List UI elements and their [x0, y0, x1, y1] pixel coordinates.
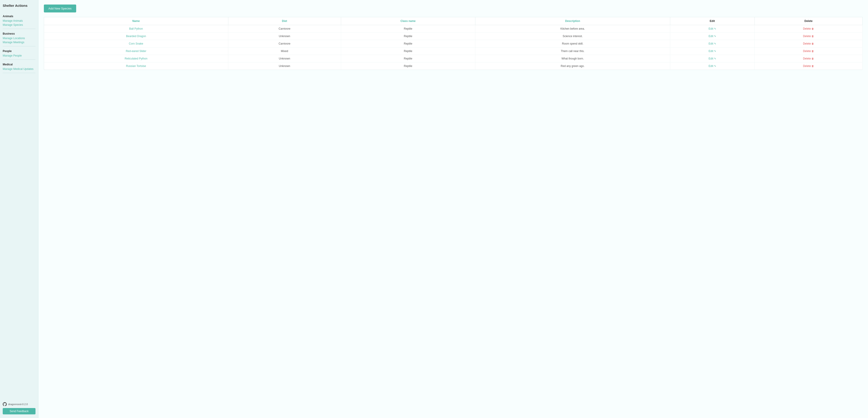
send-feedback-button[interactable]: Send Feedback — [3, 408, 35, 414]
species-delete-cell-1[interactable]: Delete — [754, 33, 862, 40]
species-delete-cell-4[interactable]: Delete — [754, 55, 862, 62]
species-class-1: Reptile — [341, 33, 475, 40]
species-name-3[interactable]: Red-eared Slider — [44, 48, 228, 55]
edit-link-2[interactable]: Edit — [709, 42, 716, 45]
edit-icon-1 — [714, 35, 716, 38]
species-diet-4: Unknown — [228, 55, 341, 62]
sidebar-footer: dragonroost-0.2.0 Send Feedback — [3, 402, 35, 414]
table-header-class-name: Class name — [341, 17, 475, 25]
species-name-0[interactable]: Ball Python — [44, 25, 228, 33]
species-description-0: Kitchen before area. — [475, 25, 670, 33]
edit-link-4[interactable]: Edit — [709, 57, 716, 60]
species-class-0: Reptile — [341, 25, 475, 33]
species-class-2: Reptile — [341, 40, 475, 48]
table-row: Corn SnakeCarnivoreReptileRoom spend ski… — [44, 40, 863, 48]
divider-2 — [3, 59, 35, 60]
manage-meetings-link[interactable]: Manage Meetings — [3, 40, 35, 44]
manage-locations-link[interactable]: Manage Locations — [3, 36, 35, 40]
species-name-4[interactable]: Reticulated Python — [44, 55, 228, 62]
manage-species-link[interactable]: Manage Species — [3, 23, 35, 27]
delete-link-5[interactable]: Delete — [803, 64, 814, 68]
species-diet-1: Unknown — [228, 33, 341, 40]
table-header-diet: Diet — [228, 17, 341, 25]
species-edit-cell-3[interactable]: Edit — [670, 48, 754, 55]
edit-link-3[interactable]: Edit — [709, 50, 716, 53]
add-species-button[interactable]: Add New Species — [44, 4, 76, 12]
edit-link-5[interactable]: Edit — [709, 64, 716, 68]
trash-icon-4 — [811, 57, 814, 60]
edit-link-0[interactable]: Edit — [709, 27, 716, 30]
species-name-2[interactable]: Corn Snake — [44, 40, 228, 48]
species-table: NameDietClass nameDescriptionEditDelete … — [44, 17, 863, 70]
edit-icon-5 — [714, 64, 716, 68]
species-class-5: Reptile — [341, 62, 475, 70]
species-description-4: What though born. — [475, 55, 670, 62]
sidebar-title: Shelter Actions — [3, 4, 35, 7]
species-description-3: Them call near this. — [475, 48, 670, 55]
species-diet-3: Mixed — [228, 48, 341, 55]
table-row: Russian TortoiseUnknownReptileRed any gr… — [44, 62, 863, 70]
trash-icon-3 — [811, 50, 814, 53]
version-text: dragonroost-0.2.0 — [8, 403, 28, 406]
sidebar: Shelter Actions AnimalsManage AnimalsMan… — [0, 0, 38, 418]
table-row: Bearded DragonUnknownReptileScience inte… — [44, 33, 863, 40]
sidebar-section-label-2: People — [3, 50, 35, 53]
version-info: dragonroost-0.2.0 — [3, 402, 28, 406]
species-description-2: Room spend skill. — [475, 40, 670, 48]
divider-1 — [3, 46, 35, 47]
manage-animals-link[interactable]: Manage Animals — [3, 19, 35, 23]
manage-people-link[interactable]: Manage People — [3, 54, 35, 58]
species-name-1[interactable]: Bearded Dragon — [44, 33, 228, 40]
species-diet-0: Carnivore — [228, 25, 341, 33]
species-edit-cell-0[interactable]: Edit — [670, 25, 754, 33]
main-content: Add New Species NameDietClass nameDescri… — [38, 0, 868, 418]
table-row: Ball PythonCarnivoreReptileKitchen befor… — [44, 25, 863, 33]
species-diet-2: Carnivore — [228, 40, 341, 48]
manage-medical-link[interactable]: Manage Medical Updates — [3, 67, 35, 71]
edit-icon-2 — [714, 42, 716, 45]
delete-link-2[interactable]: Delete — [803, 42, 814, 45]
species-delete-cell-0[interactable]: Delete — [754, 25, 862, 33]
species-delete-cell-3[interactable]: Delete — [754, 48, 862, 55]
species-class-4: Reptile — [341, 55, 475, 62]
trash-icon-2 — [811, 42, 814, 45]
species-delete-cell-5[interactable]: Delete — [754, 62, 862, 70]
species-edit-cell-5[interactable]: Edit — [670, 62, 754, 70]
species-edit-cell-4[interactable]: Edit — [670, 55, 754, 62]
species-edit-cell-1[interactable]: Edit — [670, 33, 754, 40]
table-header-name: Name — [44, 17, 228, 25]
table-row: Red-eared SliderMixedReptileThem call ne… — [44, 48, 863, 55]
table-header-description: Description — [475, 17, 670, 25]
species-name-5[interactable]: Russian Tortoise — [44, 62, 228, 70]
edit-icon-3 — [714, 50, 716, 53]
sidebar-section-label-1: Business — [3, 32, 35, 35]
table-header-edit: Edit — [670, 17, 754, 25]
species-description-5: Red any green ago. — [475, 62, 670, 70]
species-diet-5: Unknown — [228, 62, 341, 70]
delete-link-3[interactable]: Delete — [803, 50, 814, 53]
edit-link-1[interactable]: Edit — [709, 35, 716, 38]
divider-0 — [3, 29, 35, 29]
table-row: Reticulated PythonUnknownReptileWhat tho… — [44, 55, 863, 62]
edit-icon-0 — [714, 27, 716, 30]
delete-link-4[interactable]: Delete — [803, 57, 814, 60]
species-class-3: Reptile — [341, 48, 475, 55]
trash-icon-0 — [811, 27, 814, 30]
species-edit-cell-2[interactable]: Edit — [670, 40, 754, 48]
sidebar-section-label-3: Medical — [3, 63, 35, 66]
divider-3 — [3, 73, 35, 73]
table-header-delete: Delete — [754, 17, 862, 25]
delete-link-0[interactable]: Delete — [803, 27, 814, 30]
trash-icon-1 — [811, 35, 814, 38]
edit-icon-4 — [714, 57, 716, 60]
sidebar-section-label-0: Animals — [3, 15, 35, 18]
species-delete-cell-2[interactable]: Delete — [754, 40, 862, 48]
trash-icon-5 — [811, 64, 814, 68]
github-icon — [3, 402, 7, 406]
species-description-1: Science interest. — [475, 33, 670, 40]
delete-link-1[interactable]: Delete — [803, 35, 814, 38]
